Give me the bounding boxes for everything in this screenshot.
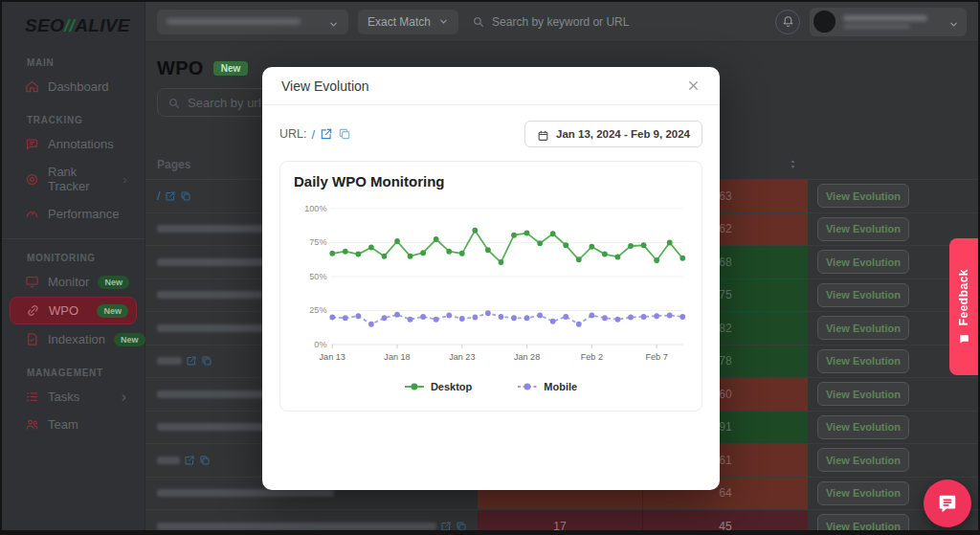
search-icon	[472, 15, 484, 28]
view-evolution-button[interactable]: View Evolution	[817, 349, 909, 373]
sidebar-section-label: MANAGEMENT	[2, 354, 145, 382]
global-search[interactable]: Search by keyword or URL	[472, 15, 766, 29]
view-evolution-button[interactable]: View Evolution	[817, 382, 909, 406]
view-evolution-button[interactable]: View Evolution	[817, 481, 909, 505]
wpo-chart-card: Daily WPO Monitoring 0%25%50%75%100%Jan …	[279, 161, 702, 412]
match-type-dropdown[interactable]: Exact Match	[358, 10, 458, 34]
legend-item-desktop[interactable]: Desktop	[405, 381, 472, 392]
external-link-icon[interactable]	[320, 127, 333, 141]
page-title: WPO	[157, 57, 204, 79]
calendar-icon	[537, 128, 549, 141]
url-label: URL:	[279, 127, 306, 141]
chart-title: Daily WPO Monitoring	[294, 173, 688, 189]
chat-widget-button[interactable]	[924, 479, 971, 527]
sort-icon[interactable]	[788, 159, 798, 169]
svg-text:Jan 18: Jan 18	[384, 352, 410, 362]
legend-marker	[405, 382, 424, 391]
page-link[interactable]	[145, 510, 478, 530]
wpo-line-chart[interactable]: 0%25%50%75%100%Jan 13Jan 18Jan 23Jan 28F…	[294, 193, 688, 381]
view-evolution-button[interactable]: View Evolution	[817, 283, 909, 307]
global-search-placeholder: Search by keyword or URL	[492, 15, 629, 29]
external-link-icon[interactable]	[165, 190, 176, 202]
sidebar-item-label: WPO	[49, 303, 78, 318]
close-icon[interactable]	[686, 78, 701, 93]
chevron-right-icon	[119, 391, 129, 402]
desktop-score-cell: 45	[642, 510, 808, 530]
masked-page-url	[157, 523, 436, 530]
masked-page-url	[157, 258, 270, 266]
copy-icon[interactable]	[201, 355, 212, 367]
sidebar-section: TRACKINGAnnotationsRank TrackerPerforman…	[2, 101, 145, 227]
copy-icon[interactable]	[338, 127, 351, 141]
performance-icon	[25, 207, 39, 221]
sidebar-item-team[interactable]: Team	[10, 412, 137, 437]
masked-page-url	[157, 291, 262, 299]
svg-text:Feb 7: Feb 7	[646, 352, 668, 362]
action-cell: View Evolution	[808, 444, 978, 477]
view-evolution-button[interactable]: View Evolution	[817, 217, 909, 241]
sidebar-item-monitor[interactable]: MonitorNew	[10, 269, 137, 295]
view-evolution-button[interactable]: View Evolution	[817, 514, 909, 530]
external-link-icon[interactable]	[440, 521, 452, 530]
tasks-icon	[25, 390, 39, 404]
svg-text:25%: 25%	[309, 305, 326, 315]
sidebar-item-label: Indexation	[48, 332, 105, 346]
sidebar-item-indexation[interactable]: IndexationNew	[10, 326, 137, 352]
app-window: SEO//ALIVE MAINDashboardTRACKINGAnnotati…	[0, 0, 980, 535]
logo-slashes: //	[64, 15, 75, 35]
svg-text:50%: 50%	[309, 272, 326, 281]
legend-label: Mobile	[544, 381, 577, 392]
sidebar-item-label: Tasks	[48, 390, 79, 404]
sidebar-item-label: Rank Tracker	[48, 165, 112, 193]
chevron-down-icon	[328, 16, 339, 27]
external-link-icon[interactable]	[186, 355, 197, 367]
annotations-icon	[25, 137, 39, 151]
masked-page-url	[157, 489, 334, 497]
action-cell: View Evolution	[808, 180, 978, 212]
sidebar-item-wpo[interactable]: WPONew	[10, 297, 137, 324]
user-menu[interactable]	[810, 8, 967, 36]
sidebar-item-label: Dashboard	[48, 79, 109, 94]
masked-page-url	[157, 457, 180, 464]
view-evolution-button[interactable]: View Evolution	[817, 415, 909, 439]
sidebar-section: MANAGEMENTTasksTeam	[2, 354, 145, 437]
view-evolution-button[interactable]: View Evolution	[817, 184, 909, 208]
dashboard-icon	[25, 79, 39, 94]
copy-icon[interactable]	[180, 190, 191, 202]
app-logo[interactable]: SEO//ALIVE	[2, 2, 145, 44]
chat-bubble-icon	[937, 493, 958, 514]
speech-bubble-icon	[958, 332, 970, 345]
notifications-button[interactable]	[775, 10, 800, 34]
search-icon	[167, 97, 180, 109]
chevron-down-icon	[948, 16, 959, 27]
new-badge: New	[213, 61, 249, 76]
indexation-icon	[25, 332, 39, 346]
legend-label: Desktop	[431, 381, 472, 392]
project-selector-dropdown[interactable]	[157, 10, 348, 34]
feedback-tab-button[interactable]: Feedback	[949, 238, 978, 375]
url-search-placeholder: Search by url	[188, 96, 261, 110]
sidebar-item-dashboard[interactable]: Dashboard	[10, 74, 137, 100]
mobile-score-cell: 17	[478, 510, 642, 530]
view-evolution-button[interactable]: View Evolution	[817, 316, 909, 340]
view-evolution-button[interactable]: View Evolution	[817, 250, 909, 274]
view-evolution-button[interactable]: View Evolution	[817, 448, 909, 472]
svg-text:Jan 23: Jan 23	[449, 352, 475, 362]
wpo-icon	[26, 303, 40, 318]
sidebar-item-performance[interactable]: Performance	[10, 201, 137, 227]
sidebar: SEO//ALIVE MAINDashboardTRACKINGAnnotati…	[2, 2, 145, 530]
copy-icon[interactable]	[456, 521, 467, 530]
url-value-link[interactable]: /	[311, 127, 315, 142]
new-badge: New	[114, 333, 145, 346]
sidebar-section-label: MONITORING	[2, 239, 145, 267]
external-link-icon[interactable]	[184, 455, 195, 466]
rank-tracker-icon	[25, 172, 39, 187]
copy-icon[interactable]	[199, 455, 211, 466]
svg-text:100%: 100%	[304, 204, 326, 213]
sidebar-item-annotations[interactable]: Annotations	[10, 131, 137, 157]
sidebar-item-tasks[interactable]: Tasks	[10, 384, 137, 410]
sidebar-item-rank-tracker[interactable]: Rank Tracker	[10, 159, 137, 199]
avatar	[813, 11, 835, 33]
date-range-picker[interactable]: Jan 13, 2024 - Feb 9, 2024	[524, 121, 702, 147]
legend-item-mobile[interactable]: Mobile	[518, 381, 577, 392]
